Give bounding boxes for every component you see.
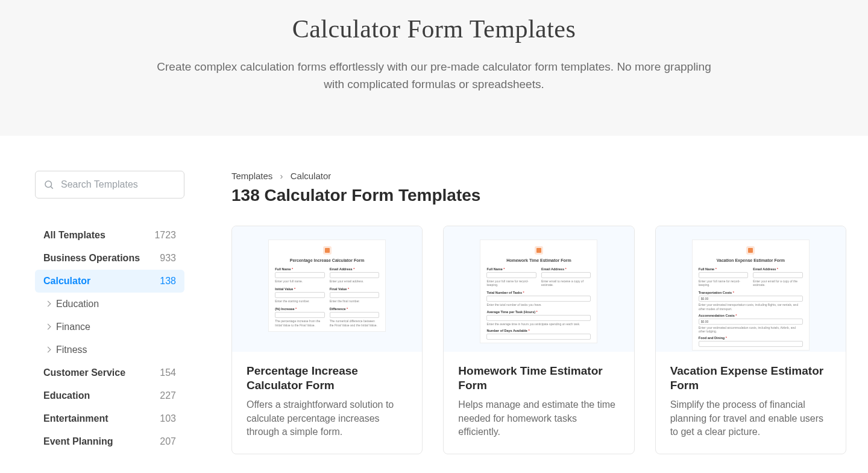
miniform-row: Full NameEnter your full name for record… — [699, 267, 803, 290]
miniform-field: Full NameEnter your full name. — [275, 267, 325, 286]
miniform-field: Email AddressEnter email to receive a co… — [541, 267, 591, 290]
chevron-right-icon — [45, 347, 51, 353]
sidebar-subitem-fitness[interactable]: Fitness — [35, 338, 184, 361]
sidebar-subitem-label: Finance — [56, 322, 90, 332]
template-card[interactable]: Percentage Increase Calculator FormFull … — [231, 226, 423, 454]
miniform-label: Total Number of Tasks — [486, 291, 591, 294]
miniform-title: Vacation Expense Estimator Form — [699, 258, 803, 262]
sidebar-item-education[interactable]: Education227 — [35, 384, 184, 407]
sidebar-item-all-templates[interactable]: All Templates1723 — [35, 224, 184, 247]
miniform-hint: The percentage increase from the Initial… — [275, 319, 325, 327]
miniform-input — [486, 315, 591, 321]
miniform-hint: Enter your email for a copy of the estim… — [753, 279, 803, 287]
miniform-field: Full NameEnter your full name for record… — [699, 267, 749, 290]
sidebar-item-event-planning[interactable]: Event Planning207 — [35, 430, 184, 453]
miniform-row: (%) IncreaseThe percentage increase from… — [275, 307, 379, 330]
chevron-right-icon — [45, 324, 51, 330]
sidebar-item-label: Business Operations — [43, 253, 140, 264]
sidebar-item-business-operations[interactable]: Business Operations933 — [35, 247, 184, 270]
sidebar-item-label: All Templates — [43, 230, 105, 241]
card-preview: Percentage Increase Calculator FormFull … — [232, 226, 422, 352]
miniform-label: Email Address — [753, 267, 803, 271]
miniform-field: DifferenceThe numerical difference betwe… — [330, 307, 380, 330]
miniform-row: Full NameEnter your full name.Email Addr… — [275, 267, 379, 286]
miniform-label: Initial Value — [275, 287, 325, 291]
miniform-field: Total Number of TasksEnter the total num… — [486, 291, 591, 306]
miniform-hint: Enter your estimated accommodation costs… — [699, 326, 803, 334]
miniform-field: Initial ValueEnter the starting number. — [275, 287, 325, 306]
miniform-input — [699, 272, 749, 278]
miniform-hint: Enter the average time in hours you anti… — [486, 322, 591, 326]
calculator-icon — [323, 246, 332, 255]
miniform-hint: Enter your full name for record-keeping. — [486, 279, 536, 287]
card-body: Vacation Expense Estimator FormSimplify … — [656, 352, 846, 454]
miniform-label: Difference — [330, 307, 380, 311]
miniform-field: Food and Dining — [699, 336, 803, 347]
miniform-field: Final ValueEnter the final number. — [330, 287, 380, 306]
miniform-label: Accommodation Costs — [699, 314, 803, 317]
card-description: Simplify the process of financial planni… — [670, 398, 831, 439]
miniform-label: Transportation Costs — [699, 291, 803, 294]
sidebar-item-label: Entertainment — [43, 413, 108, 424]
miniform-title: Percentage Increase Calculator Form — [275, 258, 379, 262]
miniform-input — [275, 312, 325, 318]
miniform-field: Full NameEnter your full name for record… — [486, 267, 536, 290]
miniform-hint: Enter your email address. — [330, 279, 380, 283]
miniform-label: Full Name — [486, 267, 536, 271]
sidebar-item-label: Event Planning — [43, 436, 113, 447]
sidebar-item-count: 207 — [160, 436, 176, 447]
sidebar-item-calculator[interactable]: Calculator138 — [35, 270, 184, 293]
miniform-hint: Enter your full name for record-keeping. — [699, 279, 749, 287]
miniform-label: Food and Dining — [699, 336, 803, 340]
card-title: Vacation Expense Estimator Form — [670, 364, 831, 393]
miniform-hint: Enter the starting number. — [275, 299, 325, 303]
miniform-input — [753, 272, 803, 278]
breadcrumb-root[interactable]: Templates — [231, 171, 272, 181]
sidebar-subitem-education[interactable]: Education — [35, 293, 184, 316]
sidebar-subitem-label: Education — [56, 299, 99, 310]
sidebar-item-count: 138 — [160, 276, 176, 287]
miniform-label: Full Name — [699, 267, 749, 271]
page-title: Calculator Form Templates — [24, 14, 844, 43]
miniform-input — [699, 341, 803, 347]
section-heading: 138 Calculator Form Templates — [231, 186, 846, 205]
sidebar-item-count: 933 — [160, 253, 176, 264]
miniform-input — [486, 334, 591, 340]
miniform-input — [330, 272, 380, 278]
hero-section: Calculator Form Templates Create complex… — [0, 0, 868, 136]
card-preview: Vacation Expense Estimator FormFull Name… — [656, 226, 846, 352]
miniform-label: Average Time per Task (Hours) — [486, 310, 591, 314]
search-wrap — [35, 171, 184, 198]
card-title: Homework Time Estimator Form — [458, 364, 619, 393]
sidebar-item-label: Education — [43, 390, 90, 401]
sidebar-item-count: 1723 — [154, 230, 176, 241]
sidebar-item-customer-service[interactable]: Customer Service154 — [35, 361, 184, 384]
miniform-input — [486, 272, 536, 278]
sidebar-item-count: 103 — [160, 413, 176, 424]
sidebar-item-count: 154 — [160, 367, 176, 378]
miniform-title: Homework Time Estimator Form — [486, 258, 591, 262]
sidebar-item-entertainment[interactable]: Entertainment103 — [35, 407, 184, 430]
sidebar: All Templates1723Business Operations933C… — [35, 171, 184, 454]
miniform: Percentage Increase Calculator FormFull … — [268, 240, 386, 332]
miniform-input — [486, 296, 591, 302]
calculator-icon — [746, 246, 755, 255]
miniform-label: Email Address — [541, 267, 591, 271]
search-input[interactable] — [35, 171, 184, 198]
miniform-label: Email Address — [330, 267, 380, 271]
cards-grid: Percentage Increase Calculator FormFull … — [231, 226, 846, 454]
miniform-input — [330, 292, 380, 298]
chevron-right-icon — [45, 301, 51, 307]
miniform-field: Email AddressEnter your email for a copy… — [753, 267, 803, 290]
template-card[interactable]: Homework Time Estimator FormFull NameEnt… — [443, 226, 634, 454]
miniform-input — [275, 272, 325, 278]
breadcrumb-separator: › — [280, 171, 283, 181]
calculator-icon — [535, 246, 543, 255]
miniform-field: Transportation Costs$0.00Enter your esti… — [699, 291, 803, 311]
miniform-field: Number of Days Available — [486, 329, 591, 340]
sidebar-subitem-finance[interactable]: Finance — [35, 316, 184, 338]
sidebar-item-label: Customer Service — [43, 367, 125, 378]
miniform: Vacation Expense Estimator FormFull Name… — [692, 240, 810, 351]
card-body: Percentage Increase Calculator FormOffer… — [232, 352, 422, 454]
template-card[interactable]: Vacation Expense Estimator FormFull Name… — [655, 226, 846, 454]
